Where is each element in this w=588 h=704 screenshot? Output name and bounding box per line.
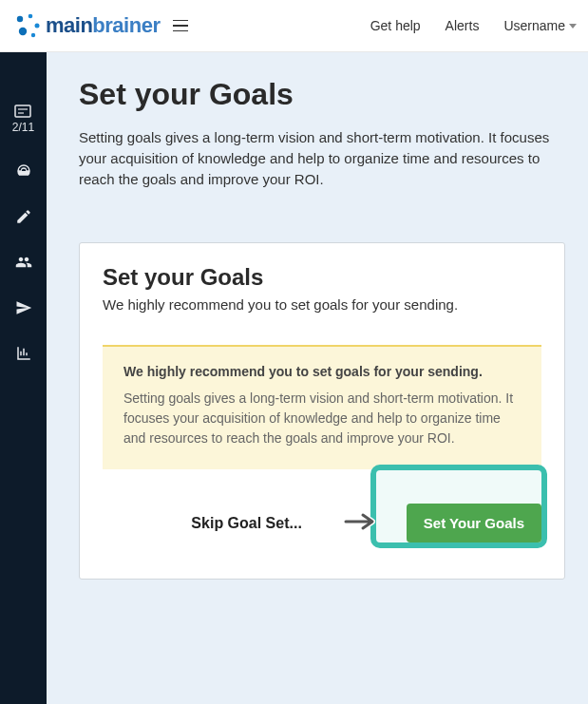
topnav: Get help Alerts Username — [370, 18, 577, 33]
recommendation-alert: We highly recommend you to set goals for… — [103, 345, 541, 469]
topbar: mainbrainer Get help Alerts Username — [0, 0, 588, 52]
chevron-down-icon — [569, 24, 577, 29]
page-description: Setting goals gives a long-term vision a… — [79, 127, 554, 189]
users-icon[interactable] — [15, 254, 32, 271]
hamburger-icon[interactable] — [173, 20, 188, 32]
card-title: Set your Goals — [103, 264, 541, 291]
card-subtitle: We highly recommend you to set goals for… — [103, 296, 541, 313]
logo-dots-icon — [11, 10, 42, 41]
goals-card: Set your Goals We highly recommend you t… — [79, 242, 565, 580]
svg-point-1 — [28, 14, 33, 19]
set-goals-button[interactable]: Set Your Goals — [407, 504, 541, 542]
sidebar: 2/11 — [0, 52, 47, 704]
svg-rect-5 — [15, 105, 30, 117]
svg-point-4 — [31, 33, 35, 37]
username-label: Username — [503, 18, 565, 33]
get-help-link[interactable]: Get help — [370, 18, 421, 33]
page-title: Set your Goals — [79, 77, 565, 112]
send-icon[interactable] — [15, 299, 32, 316]
username-dropdown[interactable]: Username — [503, 18, 577, 33]
svg-point-2 — [35, 24, 40, 29]
alerts-link[interactable]: Alerts — [446, 18, 480, 33]
pointer-arrow-icon — [344, 510, 378, 537]
sidebar-counter-text: 2/11 — [12, 121, 34, 134]
logo-text: mainbrainer — [46, 13, 160, 38]
sidebar-progress-counter[interactable]: 2/11 — [12, 105, 34, 134]
logo[interactable]: mainbrainer — [11, 10, 160, 41]
dashboard-icon[interactable] — [15, 162, 32, 180]
card-actions: Skip Goal Set... Set Your Goals — [103, 504, 541, 542]
svg-point-0 — [17, 16, 23, 22]
alert-title: We highly recommend you to set goals for… — [123, 364, 521, 379]
svg-point-3 — [19, 28, 27, 35]
content-area: Set your Goals Setting goals gives a lon… — [47, 52, 588, 704]
edit-icon[interactable] — [15, 208, 32, 225]
clipboard-icon — [14, 105, 31, 118]
alert-body: Setting goals gives a long-term vision a… — [123, 389, 521, 448]
skip-link[interactable]: Skip Goal Set... — [191, 515, 301, 532]
chart-icon[interactable] — [15, 345, 32, 362]
